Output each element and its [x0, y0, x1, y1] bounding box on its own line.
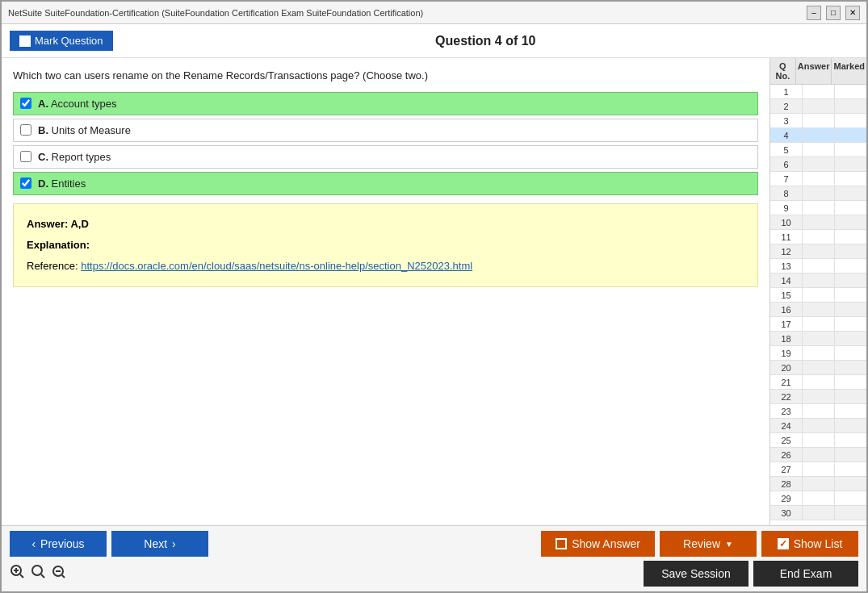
option-b-label: B. Units of Measure: [38, 124, 131, 136]
minimize-button[interactable]: –: [807, 6, 821, 20]
svg-point-4: [32, 566, 42, 575]
sidebar-row[interactable]: 20: [770, 361, 866, 375]
sidebar-row-marked: [835, 157, 866, 171]
sidebar-row[interactable]: 25: [770, 433, 866, 448]
sidebar-row[interactable]: 18: [770, 332, 866, 346]
sidebar-row-answer: [803, 491, 835, 505]
svg-line-3: [20, 574, 23, 578]
sidebar-row[interactable]: 22: [770, 390, 866, 404]
option-d[interactable]: D. Entities: [13, 172, 758, 195]
sidebar-row[interactable]: 3: [770, 114, 866, 128]
sidebar-row[interactable]: 12: [770, 244, 866, 259]
sidebar-row-num: 4: [770, 128, 803, 142]
sidebar-row-answer: [803, 477, 835, 491]
sidebar-row[interactable]: 4: [770, 128, 866, 143]
sidebar-col-qno: Q No.: [770, 58, 796, 84]
sidebar-row[interactable]: 30: [770, 506, 866, 520]
sidebar-row[interactable]: 14: [770, 274, 866, 288]
review-button[interactable]: Review ▼: [660, 531, 757, 557]
sidebar-row-num: 5: [770, 143, 803, 157]
sidebar-row-marked: [835, 288, 866, 302]
zoom-in-icon: [10, 564, 26, 580]
review-label: Review: [683, 537, 720, 550]
sidebar-row[interactable]: 21: [770, 375, 866, 390]
zoom-out-button[interactable]: [52, 565, 66, 583]
next-button[interactable]: Next ›: [111, 531, 208, 557]
sidebar-row-answer: [803, 259, 835, 273]
mark-question-label: Mark Question: [35, 35, 103, 47]
zoom-in-button[interactable]: [10, 564, 26, 584]
sidebar-row-answer: [803, 506, 835, 520]
sidebar-row-answer: [803, 303, 835, 316]
sidebar-row-marked: [835, 230, 866, 244]
sidebar-row[interactable]: 5: [770, 143, 866, 157]
sidebar-row[interactable]: 29: [770, 491, 866, 506]
sidebar-row[interactable]: 15: [770, 288, 866, 303]
sidebar-row[interactable]: 26: [770, 448, 866, 462]
sidebar-row[interactable]: 8: [770, 186, 866, 201]
sidebar-row-num: 24: [770, 419, 803, 432]
sidebar-row[interactable]: 19: [770, 346, 866, 361]
save-session-button[interactable]: Save Session: [644, 561, 748, 587]
sidebar-row-answer: [803, 346, 835, 360]
sidebar-row[interactable]: 28: [770, 477, 866, 491]
maximize-button[interactable]: □: [826, 6, 841, 20]
sidebar-row-answer: [803, 419, 835, 432]
next-label: Next: [144, 537, 167, 550]
sidebar-row[interactable]: 6: [770, 157, 866, 172]
sidebar-row[interactable]: 10: [770, 215, 866, 230]
option-a[interactable]: A. Account types: [13, 92, 758, 115]
sidebar-row[interactable]: 2: [770, 99, 866, 114]
sidebar-row-num: 9: [770, 201, 803, 215]
show-answer-label: Show Answer: [572, 537, 640, 550]
show-list-label: Show List: [794, 537, 843, 550]
sidebar-row-marked: [835, 172, 866, 186]
sidebar-row-answer: [803, 172, 835, 186]
previous-button[interactable]: ‹ Previous: [10, 531, 107, 557]
sidebar-row-num: 26: [770, 448, 803, 461]
sidebar-row[interactable]: 17: [770, 317, 866, 332]
show-list-button[interactable]: ✓ Show List: [761, 531, 858, 557]
question-title: Question 4 of 10: [113, 34, 858, 48]
sidebar-row-marked: [835, 346, 866, 360]
sidebar-row-answer: [803, 390, 835, 403]
sidebar-row[interactable]: 13: [770, 259, 866, 274]
sidebar-row-num: 10: [770, 215, 803, 229]
option-b-checkbox[interactable]: [20, 124, 31, 136]
option-b[interactable]: B. Units of Measure: [13, 119, 758, 142]
show-answer-button[interactable]: Show Answer: [541, 531, 655, 557]
sidebar-col-answer: Answer: [796, 58, 832, 84]
sidebar-row[interactable]: 24: [770, 419, 866, 433]
sidebar-row-answer: [803, 375, 835, 389]
sidebar-row-marked: [835, 491, 866, 505]
mark-question-button[interactable]: Mark Question: [10, 31, 113, 51]
sidebar-row-marked: [835, 448, 866, 461]
sidebar-row-answer: [803, 462, 835, 476]
sidebar-row[interactable]: 11: [770, 230, 866, 244]
sidebar-row[interactable]: 27: [770, 462, 866, 477]
option-c-checkbox[interactable]: [20, 151, 31, 162]
zoom-normal-icon: [31, 564, 47, 580]
option-c[interactable]: C. Report types: [13, 145, 758, 169]
sidebar-row[interactable]: 16: [770, 303, 866, 317]
explanation-label: Explanation:: [27, 236, 744, 254]
close-button[interactable]: ✕: [845, 6, 860, 20]
question-text: Which two can users rename on the Rename…: [13, 68, 758, 84]
sidebar-row[interactable]: 23: [770, 404, 866, 419]
answer-box: Answer: A,D Explanation: Reference: http…: [13, 203, 758, 287]
sidebar-row-num: 15: [770, 288, 803, 302]
sidebar-row[interactable]: 1: [770, 85, 866, 99]
sidebar-row-num: 22: [770, 390, 803, 403]
sidebar-row-num: 21: [770, 375, 803, 389]
sidebar-row[interactable]: 9: [770, 201, 866, 215]
reference-link[interactable]: https://docs.oracle.com/en/cloud/saas/ne…: [81, 260, 472, 272]
sidebar-row-marked: [835, 462, 866, 476]
end-exam-button[interactable]: End Exam: [753, 561, 858, 587]
sidebar-row-answer: [803, 361, 835, 374]
option-d-checkbox[interactable]: [20, 177, 31, 189]
reference-line: Reference: https://docs.oracle.com/en/cl…: [27, 257, 744, 275]
option-a-checkbox[interactable]: [20, 98, 31, 109]
zoom-normal-button[interactable]: [31, 564, 47, 584]
sidebar-row-answer: [803, 114, 835, 127]
sidebar-row[interactable]: 7: [770, 172, 866, 186]
